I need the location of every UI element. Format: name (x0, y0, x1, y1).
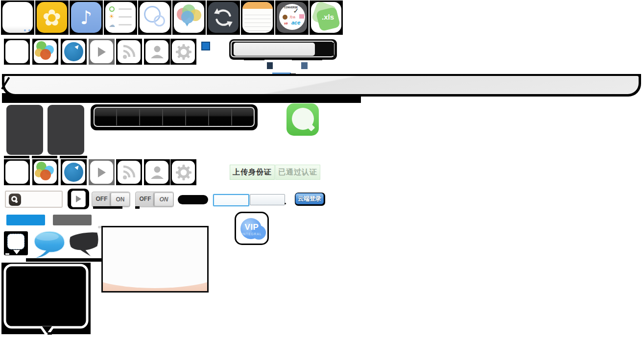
play-icon-button[interactable] (90, 40, 113, 63)
app-icon-tile (138, 0, 171, 35)
black-speech-bubble (1, 263, 91, 338)
blue-ball (64, 42, 83, 61)
play-icon-button[interactable] (90, 161, 113, 184)
toggle-shadow (93, 206, 122, 209)
toggle-off-label: OFF (136, 192, 155, 206)
small-icon-tile (144, 39, 170, 65)
small-icon-tile (170, 39, 196, 65)
blue-flat-button[interactable] (6, 215, 45, 225)
black-pill (178, 195, 208, 204)
search-input-small[interactable] (5, 191, 63, 208)
user-icon-button[interactable] (145, 161, 168, 184)
color-circles-icon[interactable] (34, 40, 57, 63)
person-icon (149, 165, 165, 180)
sprite-fragment (285, 203, 286, 204)
blue-globe-icon[interactable] (62, 40, 85, 63)
blue-globe-icon[interactable] (62, 161, 85, 184)
rss-icon-button[interactable] (118, 40, 141, 63)
rss-icon (121, 44, 137, 60)
person-icon (149, 44, 165, 60)
gray-flat-button[interactable] (53, 215, 92, 225)
small-icon-tile (32, 159, 58, 185)
toggle-off-label: OFF (92, 192, 111, 206)
small-icon-tile (61, 159, 87, 185)
blank-small-icon[interactable] (5, 161, 28, 184)
segment-divider (185, 109, 186, 125)
app-icon-tile (241, 0, 274, 35)
magnifier-icon-box (9, 194, 21, 206)
small-icon-tile (4, 39, 30, 65)
card-panel (101, 226, 209, 293)
brands-app-icon[interactable]: CONVERSE ✓ 月11 V8 ace (277, 2, 307, 33)
sprite-fragment (244, 59, 264, 60)
flower-app-icon[interactable]: ✿ (37, 2, 67, 33)
green-ring-icon (109, 6, 115, 12)
text-input[interactable] (250, 194, 285, 205)
segment-divider (139, 109, 140, 125)
app-icon-tile: ♪ (70, 0, 103, 35)
verified-badge: 已通过认证 (275, 165, 320, 180)
toggle-knob: ON (111, 193, 130, 206)
toggle-switch[interactable]: OFF ON (92, 192, 130, 207)
card-shadow (32, 156, 57, 158)
circles-app-icon[interactable] (140, 2, 170, 33)
color-circles-icon[interactable] (34, 161, 57, 184)
sprite-fragment (290, 74, 296, 75)
user-icon-button[interactable] (145, 40, 168, 63)
list-app-icon[interactable]: ☀ ☁ (105, 2, 136, 33)
text-input-focused[interactable] (213, 194, 249, 206)
orange-circle (40, 49, 51, 60)
small-icon-tile (116, 39, 142, 65)
brand-v8-label: V8 (284, 22, 287, 25)
sprite-fragment (263, 103, 269, 105)
upload-id-button[interactable]: 上传身份证 (230, 165, 275, 180)
small-icon-tile (4, 159, 30, 185)
app-icon-tile: CONVERSE ✓ 月11 V8 ace (275, 0, 309, 35)
settings-icon-button[interactable] (172, 161, 195, 184)
blue-comic-bubble[interactable] (32, 230, 67, 260)
blank-small-icon[interactable] (5, 40, 28, 63)
rss-icon-button[interactable] (118, 161, 141, 184)
toggle-switch[interactable]: OFF ON (135, 192, 174, 207)
bubble-tail (185, 23, 189, 26)
notes-app-icon[interactable] (242, 2, 273, 33)
brand-pink-logo (299, 14, 304, 19)
brand-ace-label: ace (291, 20, 300, 25)
gear-icon (175, 44, 192, 60)
music-app-icon[interactable]: ♪ (71, 2, 101, 33)
app-icon-tile (207, 0, 240, 35)
white-speech-bubble[interactable] (7, 234, 24, 249)
segment-divider (208, 109, 209, 125)
menu-bar-shadow-strip (2, 93, 361, 103)
chat-cluster-app-icon[interactable] (174, 2, 204, 33)
search-button[interactable] (316, 43, 334, 56)
sprite-fragment (5, 253, 9, 255)
blank-app-icon[interactable] (2, 2, 33, 33)
dot-decoration (24, 29, 26, 31)
brand-label: 月11 (289, 15, 295, 20)
dark-comic-bubble[interactable] (67, 230, 101, 259)
xls-app-icon[interactable]: .xls (311, 2, 341, 33)
cloud-login-button[interactable]: 云端登录 (295, 193, 324, 204)
small-icon-tile (170, 159, 196, 185)
app-icon-tile: .xls (310, 0, 343, 35)
vip-integral-icon[interactable]: VIP INTEGRAL (235, 212, 269, 245)
sprite-fragment (26, 258, 106, 262)
segmented-toolbar[interactable] (94, 107, 255, 127)
blue-line-fragment (272, 73, 291, 74)
small-icon-tile (116, 159, 142, 185)
music-note-icon: ♪ (80, 7, 92, 28)
notes-lines (244, 11, 271, 31)
play-button-tile (68, 189, 89, 209)
messages-app-icon[interactable] (286, 103, 319, 136)
dark-card (6, 105, 43, 155)
sync-app-icon[interactable] (208, 2, 239, 33)
list-line (119, 24, 132, 25)
play-button[interactable] (71, 191, 86, 207)
list-line (119, 8, 132, 10)
sprite-fragment-navy (267, 62, 273, 69)
settings-icon-button[interactable] (172, 40, 195, 63)
search-input[interactable] (234, 43, 315, 56)
play-icon (98, 47, 106, 57)
list-line (119, 16, 132, 18)
